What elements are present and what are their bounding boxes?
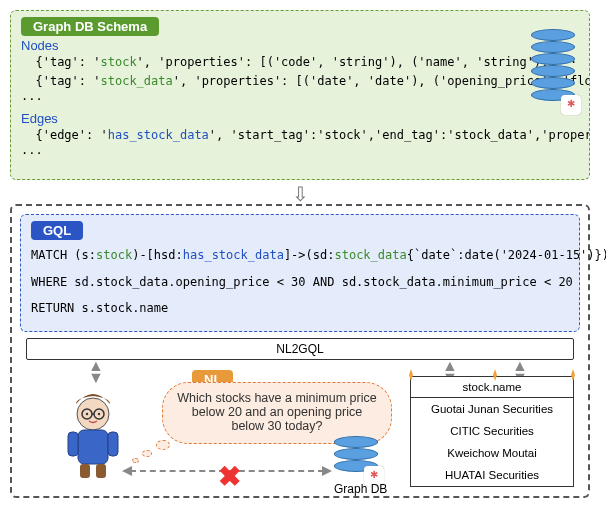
result-row: Kweichow Moutai	[411, 442, 573, 464]
graph-badge-icon: ✱	[561, 95, 581, 115]
nodes-label: Nodes	[21, 38, 579, 53]
svg-point-4	[86, 413, 88, 415]
svg-rect-7	[68, 432, 78, 456]
svg-rect-8	[108, 432, 118, 456]
bubble-dot-2	[142, 450, 152, 457]
edge-def-1: {'edge': 'has_stock_data', 'start_tag':'…	[21, 126, 579, 145]
result-header: stock.name	[411, 377, 573, 398]
bubble-dot-3	[132, 458, 139, 463]
result-header-text: stock.name	[463, 381, 522, 393]
bubble-dot-1	[156, 440, 170, 450]
node-def-1: {'tag': 'stock', 'properties': [('code',…	[21, 53, 579, 72]
gql-box: GQL MATCH (s:stock)-[hsd:has_stock_data]…	[20, 214, 580, 332]
svg-point-5	[98, 413, 100, 415]
graph-db-label: Graph DB	[334, 482, 387, 496]
bi-arrow-left: ▲▼	[88, 360, 104, 384]
result-row: Guotai Junan Securities	[411, 398, 573, 420]
down-arrow-icon: ⇩	[292, 182, 309, 206]
red-x-icon: ✖	[218, 460, 241, 493]
node-ellipsis: ···	[21, 90, 579, 109]
schema-panel: Graph DB Schema Nodes {'tag': 'stock', '…	[10, 10, 590, 180]
svg-rect-9	[80, 464, 90, 478]
gql-line-2: WHERE sd.stock_data.opening_price < 30 A…	[31, 273, 569, 292]
result-row: CITIC Securities	[411, 420, 573, 442]
nl2gql-bar: NL2GQL	[26, 338, 574, 360]
pin-icon	[405, 369, 417, 381]
result-row: HUATAI Securities	[411, 464, 573, 486]
svg-rect-10	[96, 464, 106, 478]
graph-database-icon-2: ✱	[334, 436, 378, 482]
edge-ellipsis: ···	[21, 144, 579, 163]
schema-title-tag: Graph DB Schema	[21, 17, 159, 36]
nl-bubble: Which stocks have a minimum price below …	[162, 382, 392, 444]
pin-icon	[489, 369, 501, 381]
graph-database-icon: ✱	[531, 65, 575, 111]
lower-panel: GQL MATCH (s:stock)-[hsd:has_stock_data]…	[10, 204, 590, 498]
gql-title-tag: GQL	[31, 221, 83, 240]
edges-label: Edges	[21, 111, 579, 126]
user-icon	[58, 390, 128, 480]
result-table: stock.name Guotai Junan Securities CITIC…	[410, 376, 574, 487]
node-def-2: {'tag': 'stock_data', 'properties': [('d…	[21, 72, 579, 91]
svg-rect-6	[78, 430, 108, 464]
pin-icon	[567, 369, 579, 381]
gql-line-1: MATCH (s:stock)-[hsd:has_stock_data]->(s…	[31, 246, 569, 265]
nl-question-text: Which stocks have a minimum price below …	[177, 391, 376, 433]
gql-line-3: RETURN s.stock.name	[31, 299, 569, 318]
